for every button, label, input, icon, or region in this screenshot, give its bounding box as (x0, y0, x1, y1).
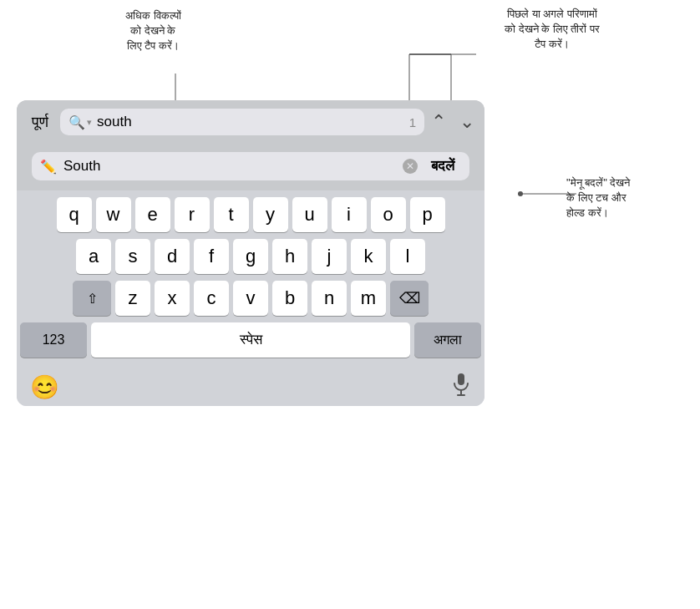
key-w[interactable]: w (96, 197, 131, 232)
svg-point-9 (518, 191, 523, 196)
replace-input-value: South (63, 158, 396, 175)
bottom-bar: 😊 (17, 368, 484, 406)
key-k[interactable]: k (351, 239, 386, 274)
search-icon-wrap: 🔍 ▾ (68, 114, 92, 130)
key-p[interactable]: p (410, 197, 445, 232)
result-count: 1 (409, 115, 416, 129)
phone-ui: पूर्ण 🔍 ▾ south 1 ⌃ ⌄ ✏️ South ✕ बदलें q… (17, 100, 484, 406)
key-e[interactable]: e (135, 197, 170, 232)
svg-rect-10 (458, 373, 464, 385)
key-m[interactable]: m (351, 281, 386, 316)
key-z[interactable]: z (115, 281, 150, 316)
search-bar: पूर्ण 🔍 ▾ south 1 ⌃ ⌄ (17, 100, 484, 144)
annotation-side: "मेनू बदलें" देखने के लिए टच और होल्ड कर… (566, 175, 683, 221)
keyboard: q w e r t y u i o p a s d f g h j k l ⇧ … (17, 190, 484, 368)
key-n[interactable]: n (312, 281, 347, 316)
key-h[interactable]: h (272, 239, 307, 274)
annotation-right: पिछले या अगले परिणामों को देखने के लिए त… (505, 7, 600, 53)
key-r[interactable]: r (175, 197, 210, 232)
key-c[interactable]: c (194, 281, 229, 316)
key-f[interactable]: f (194, 239, 229, 274)
emoji-button[interactable]: 😊 (30, 373, 59, 401)
pencil-icon: ✏️ (40, 159, 57, 175)
space-key[interactable]: स्पेस (91, 322, 410, 358)
annotation-left: अधिक विकल्पों को देखने के लिए टैप करें। (125, 8, 181, 54)
replace-bar[interactable]: ✏️ South ✕ बदलें (32, 152, 469, 180)
next-arrow-button[interactable]: ⌄ (459, 111, 474, 133)
key-v[interactable]: v (233, 281, 268, 316)
chevron-down-icon: ▾ (87, 117, 92, 128)
key-t[interactable]: t (214, 197, 249, 232)
keyboard-row-2: a s d f g h j k l (20, 239, 481, 274)
key-l[interactable]: l (390, 239, 425, 274)
keyboard-row-1: q w e r t y u i o p (20, 197, 481, 232)
key-a[interactable]: a (76, 239, 111, 274)
keyboard-row-bottom: 123 स्पेस अगला (20, 322, 481, 358)
return-key[interactable]: अगला (414, 322, 481, 358)
search-field[interactable]: 🔍 ▾ south 1 (60, 109, 424, 135)
key-j[interactable]: j (312, 239, 347, 274)
clear-replace-button[interactable]: ✕ (403, 159, 418, 174)
search-input-value: south (97, 114, 404, 130)
search-icon: 🔍 (68, 114, 85, 130)
key-q[interactable]: q (57, 197, 92, 232)
key-b[interactable]: b (272, 281, 307, 316)
done-button[interactable]: पूर्ण (27, 112, 53, 133)
key-g[interactable]: g (233, 239, 268, 274)
key-i[interactable]: i (332, 197, 367, 232)
key-o[interactable]: o (371, 197, 406, 232)
numbers-key[interactable]: 123 (20, 322, 87, 358)
key-y[interactable]: y (253, 197, 288, 232)
replace-bar-container: ✏️ South ✕ बदलें (17, 144, 484, 190)
key-u[interactable]: u (292, 197, 327, 232)
delete-key[interactable]: ⌫ (390, 281, 429, 316)
mic-button[interactable] (451, 373, 471, 401)
prev-arrow-button[interactable]: ⌃ (431, 111, 446, 133)
key-s[interactable]: s (115, 239, 150, 274)
shift-key[interactable]: ⇧ (73, 281, 111, 316)
replace-button[interactable]: बदलें (431, 158, 454, 175)
key-x[interactable]: x (155, 281, 190, 316)
keyboard-row-3: ⇧ z x c v b n m ⌫ (20, 281, 481, 316)
key-d[interactable]: d (155, 239, 190, 274)
nav-arrows: ⌃ ⌄ (431, 111, 474, 133)
